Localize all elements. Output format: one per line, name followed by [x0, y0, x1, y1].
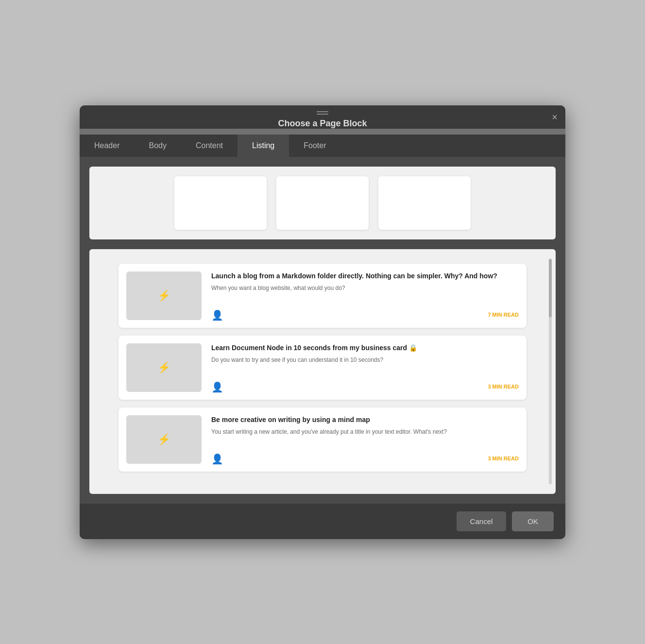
thumbnail-icon-1: ⚡ [157, 289, 170, 302]
mini-card-2 [276, 176, 369, 230]
modal-header: Choose a Page Block × [80, 105, 565, 129]
modal-footer: Cancel OK [80, 504, 565, 539]
blog-excerpt-3: You start writing a new article, and you… [211, 427, 519, 448]
blog-title-1: Launch a blog from a Markdown folder dir… [211, 271, 519, 281]
mini-card-1 [174, 176, 267, 230]
blog-content-3: Be more creative on writing by using a m… [211, 415, 519, 464]
drag-handle [89, 111, 556, 115]
blog-title-3: Be more creative on writing by using a m… [211, 415, 519, 425]
blog-excerpt-1: When you want a blog website, what would… [211, 284, 519, 304]
ok-button[interactable]: OK [512, 511, 554, 531]
thumbnail-icon-2: ⚡ [157, 361, 170, 374]
mini-card-3 [378, 176, 471, 230]
blog-meta-2: 👤 3 MIN READ [211, 381, 519, 392]
scrollbar-track [549, 259, 552, 484]
tab-header[interactable]: Header [80, 135, 134, 157]
blog-thumbnail-1: ⚡ [126, 271, 202, 320]
drag-line-2 [317, 114, 328, 115]
read-time-3: 3 MIN READ [488, 456, 519, 461]
blog-title-2: Learn Document Node in 10 seconds from m… [211, 343, 519, 353]
listing-preview[interactable]: ⚡ Launch a blog from a Markdown folder d… [89, 249, 556, 494]
cancel-button[interactable]: Cancel [457, 511, 507, 531]
tab-bar: Header Body Content Listing Footer [80, 135, 565, 157]
blog-meta-3: 👤 3 MIN READ [211, 453, 519, 464]
tab-footer[interactable]: Footer [289, 135, 340, 157]
top-preview-area [89, 167, 556, 239]
author-icon-3: 👤 [211, 453, 222, 464]
blog-thumbnail-3: ⚡ [126, 415, 202, 464]
blog-thumbnail-2: ⚡ [126, 343, 202, 392]
read-time-2: 3 MIN READ [488, 384, 519, 390]
scrollbar-thumb [549, 259, 552, 317]
thumbnail-icon-3: ⚡ [157, 433, 170, 446]
tab-body[interactable]: Body [134, 135, 181, 157]
blog-card-3[interactable]: ⚡ Be more creative on writing by using a… [119, 407, 526, 472]
drag-line-1 [317, 111, 328, 112]
author-icon-2: 👤 [211, 381, 222, 392]
blog-excerpt-2: Do you want to try and see if you can un… [211, 356, 519, 376]
author-icon-1: 👤 [211, 309, 222, 320]
blog-card-1[interactable]: ⚡ Launch a blog from a Markdown folder d… [119, 264, 526, 328]
blog-content-2: Learn Document Node in 10 seconds from m… [211, 343, 519, 392]
blog-content-1: Launch a blog from a Markdown folder dir… [211, 271, 519, 320]
modal-title: Choose a Page Block [89, 119, 556, 129]
tab-listing[interactable]: Listing [238, 135, 289, 157]
close-button[interactable]: × [552, 112, 558, 122]
modal-body: ⚡ Launch a blog from a Markdown folder d… [80, 157, 565, 504]
tab-content[interactable]: Content [181, 135, 238, 157]
modal: Choose a Page Block × Header Body Conten… [80, 105, 565, 539]
blog-meta-1: 👤 7 MIN READ [211, 309, 519, 320]
blog-card-2[interactable]: ⚡ Learn Document Node in 10 seconds from… [119, 336, 526, 400]
read-time-1: 7 MIN READ [488, 312, 519, 318]
